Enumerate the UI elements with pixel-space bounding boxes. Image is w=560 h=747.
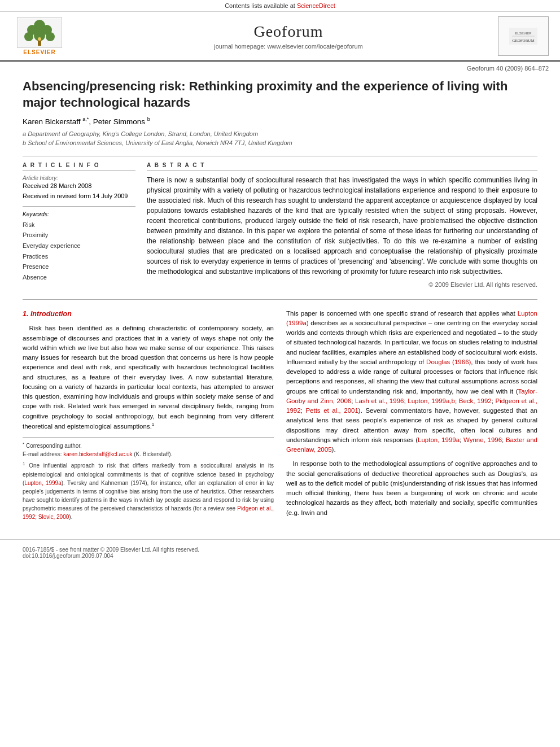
- received-date: Received 28 March 2008: [23, 182, 135, 189]
- footnote-ref-1: 1: [152, 422, 154, 427]
- email-link[interactable]: karen.bickerstaff@kcl.ac.uk: [63, 451, 132, 457]
- abstract-text: There is now a substantial body of socio…: [147, 175, 537, 277]
- elsevier-logo-image: [17, 17, 62, 48]
- history-label: Article history:: [23, 175, 135, 181]
- journal-title: Geoforum: [79, 23, 498, 41]
- left-body-col: 1. Introduction Risk has been identified…: [23, 309, 274, 522]
- journal-name-block: Geoforum journal homepage: www.elsevier.…: [79, 23, 498, 50]
- authors-line: Karen Bickerstaff a,*, Peter Simmons b: [23, 116, 537, 126]
- lash-ref[interactable]: Lash et al., 1996: [355, 397, 404, 404]
- keyword-risk: Risk: [23, 220, 135, 230]
- section-divider: [23, 299, 537, 300]
- affiliations: a Department of Geography, King's Colleg…: [23, 129, 537, 148]
- issn-line: 0016-7185/$ - see front matter © 2009 El…: [23, 547, 537, 553]
- slovic-ref[interactable]: Slovic, 2000: [38, 514, 69, 520]
- footnote-1-text: 1 One influential approach to risk that …: [23, 461, 274, 521]
- abstract-label: A B S T R A C T: [147, 162, 537, 171]
- lupton-b-ref[interactable]: Lupton, 1999a,b: [408, 397, 455, 404]
- right-para1: This paper is concerned with one specifi…: [286, 309, 537, 455]
- intro-para1: Risk has been identified as a defining c…: [23, 324, 274, 431]
- main-content: Absencing/presencing risk: Rethinking pr…: [0, 73, 560, 534]
- bottom-bar: 0016-7185/$ - see front matter © 2009 El…: [0, 539, 560, 563]
- copyright-line: © 2009 Elsevier Ltd. All rights reserved…: [147, 281, 537, 288]
- affiliation-a: a Department of Geography, King's Colleg…: [23, 129, 537, 139]
- doi-line: doi:10.1016/j.geoforum.2009.07.004: [23, 553, 537, 559]
- keyword-absence: Absence: [23, 272, 135, 283]
- geoforum-logo-image: ELSEVIER GEOFORUM: [509, 28, 537, 45]
- keyword-everyday: Everyday experience: [23, 241, 135, 251]
- lupton-c-ref[interactable]: Lupton, 1999a: [418, 436, 460, 443]
- svg-point-6: [46, 32, 55, 41]
- keywords-list: Risk Proximity Everyday experience Pract…: [23, 220, 135, 283]
- geoforum-logo-right: ELSEVIER GEOFORUM: [498, 16, 549, 56]
- svg-text:ELSEVIER: ELSEVIER: [515, 32, 532, 35]
- svg-text:GEOFORUM: GEOFORUM: [512, 38, 535, 43]
- footnotes-section: * Corresponding author. E-mail address: …: [23, 437, 274, 521]
- article-title: Absencing/presencing risk: Rethinking pr…: [23, 78, 537, 111]
- volume-info: Geoforum 40 (2009) 864–872: [0, 62, 560, 73]
- article-info-row: A R T I C L E I N F O Article history: R…: [23, 156, 537, 288]
- author-a-sup: a,*: [82, 116, 89, 122]
- petts-ref[interactable]: Petts et al., 2001: [305, 407, 358, 414]
- douglas-ref[interactable]: Douglas (1966): [426, 359, 471, 365]
- lupton-1999a-ref[interactable]: Lupton, 1999a: [24, 480, 61, 486]
- keywords-label: Keywords:: [23, 211, 135, 217]
- lupton-ref[interactable]: Lupton (1999a): [286, 310, 537, 326]
- svg-point-4: [24, 32, 33, 41]
- keyword-proximity: Proximity: [23, 230, 135, 241]
- svg-point-8: [38, 37, 41, 41]
- author-b-sup: b: [147, 116, 150, 122]
- body-columns: 1. Introduction Risk has been identified…: [23, 309, 537, 522]
- keyword-presence: Presence: [23, 261, 135, 272]
- affiliation-b: b School of Environmental Sciences, Univ…: [23, 138, 537, 148]
- revised-date: Received in revised form 14 July 2009: [23, 193, 135, 199]
- article-info-box: A R T I C L E I N F O Article history: R…: [23, 162, 135, 288]
- elsevier-logo-block: ELSEVIER: [11, 17, 68, 55]
- elsevier-wordmark: ELSEVIER: [23, 49, 55, 55]
- right-para2: In response both to the methodological a…: [286, 459, 537, 518]
- journal-header: ELSEVIER Geoforum journal homepage: www.…: [0, 12, 560, 62]
- sciencedirect-link[interactable]: ScienceDirect: [297, 2, 335, 9]
- keyword-practices: Practices: [23, 251, 135, 262]
- intro-heading: 1. Introduction: [23, 309, 274, 320]
- abstract-box: A B S T R A C T There is now a substanti…: [147, 162, 537, 288]
- wynne-ref[interactable]: Wynne, 1996: [463, 436, 502, 443]
- contents-label: Contents lists available at: [225, 2, 295, 9]
- email-label: E-mail address:: [23, 451, 63, 457]
- footnote-email-line: E-mail address: karen.bickerstaff@kcl.ac…: [23, 450, 274, 458]
- homepage-label: journal homepage: www.elsevier.com/locat…: [214, 43, 363, 50]
- elsevier-tree-svg: [19, 19, 61, 47]
- keywords-box: Keywords: Risk Proximity Everyday experi…: [23, 206, 135, 283]
- svg-rect-7: [38, 40, 41, 46]
- journal-meta-bar: Contents lists available at ScienceDirec…: [0, 0, 560, 12]
- right-body-col: This paper is concerned with one specifi…: [286, 309, 537, 522]
- email-suffix: (K. Bickerstaff).: [134, 451, 172, 457]
- article-info-label: A R T I C L E I N F O: [23, 162, 135, 171]
- beck-ref[interactable]: Beck, 1992: [459, 397, 492, 404]
- journal-homepage: journal homepage: www.elsevier.com/locat…: [79, 43, 498, 50]
- footnote-star-line: * Corresponding author.: [23, 441, 274, 450]
